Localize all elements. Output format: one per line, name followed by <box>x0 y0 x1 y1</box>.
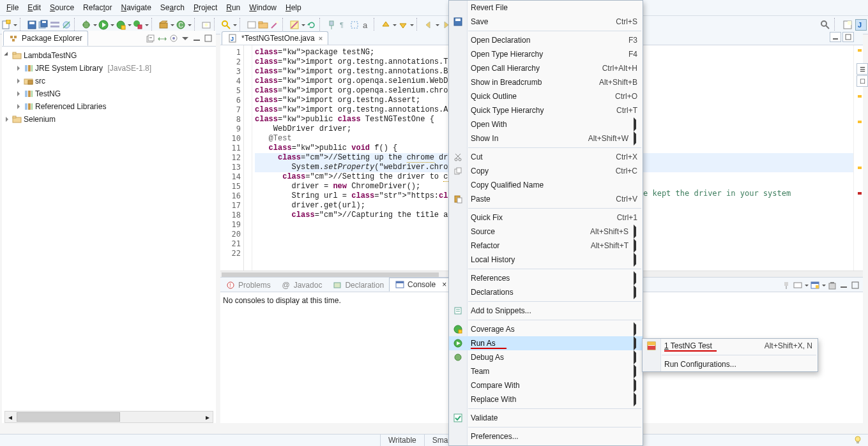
coverage-icon[interactable] <box>116 20 126 30</box>
testng-lib[interactable]: TestNG <box>3 87 215 100</box>
open-type-icon[interactable] <box>201 20 211 30</box>
ctx-quick-outline[interactable]: Quick OutlineCtrl+O <box>449 89 643 103</box>
menu-navigate[interactable]: Navigate <box>117 3 155 13</box>
block-selection-icon[interactable] <box>349 20 360 30</box>
annotation-next-icon[interactable] <box>398 20 408 30</box>
menu-window[interactable]: Window <box>245 3 280 13</box>
outline-icon[interactable]: ☰ <box>857 63 868 75</box>
tab-console[interactable]: Console× <box>389 278 452 292</box>
menu-file[interactable]: File <box>3 3 22 13</box>
folder-icon[interactable] <box>258 20 268 30</box>
menu-search[interactable]: Search <box>156 3 188 13</box>
context-menu[interactable]: Revert File SaveCtrl+S Open DeclarationF… <box>448 0 643 446</box>
save-icon[interactable] <box>27 20 37 30</box>
search-icon[interactable] <box>221 20 231 30</box>
display-console-icon[interactable] <box>793 280 803 290</box>
coverage-dropdown[interactable] <box>127 20 132 30</box>
pin-icon[interactable] <box>326 20 337 30</box>
refresh-icon[interactable] <box>307 20 317 30</box>
menu-refactor[interactable]: Refactor <box>79 3 116 13</box>
ext-dropdown[interactable] <box>144 20 149 30</box>
ctx-validate[interactable]: Validate <box>449 411 643 425</box>
new-class-icon[interactable]: C <box>176 20 186 30</box>
ctx-team[interactable]: Team <box>449 364 643 378</box>
open-console-icon[interactable] <box>810 280 820 290</box>
ctx-open-call-hierarchy[interactable]: Open Call HierarchyCtrl+Alt+H <box>449 61 643 75</box>
ctx-show-in[interactable]: Show InAlt+Shift+W <box>449 131 643 145</box>
toggle-breadcrumb-icon[interactable] <box>50 20 60 30</box>
new-package-icon[interactable] <box>158 20 169 30</box>
link-editor-icon[interactable] <box>157 33 167 43</box>
ctx-paste[interactable]: PasteCtrl+V <box>449 192 643 206</box>
debug-icon[interactable] <box>81 20 91 30</box>
maximize-icon[interactable] <box>203 33 213 43</box>
menu-run[interactable]: Run <box>222 3 244 13</box>
new-dropdown[interactable] <box>13 20 17 30</box>
run-dropdown[interactable] <box>110 20 114 30</box>
task-list-icon[interactable]: ☐ <box>857 75 868 87</box>
ctx-copy-qualified[interactable]: Copy Qualified Name <box>449 178 643 192</box>
ctx-coverage-as[interactable]: Coverage As <box>449 322 643 336</box>
perspective-java-icon[interactable]: J <box>855 19 867 31</box>
ctx-quick-fix[interactable]: Quick FixCtrl+1 <box>449 211 643 225</box>
close-icon[interactable]: × <box>442 280 446 289</box>
skip-breakpoints-icon[interactable] <box>61 20 72 30</box>
ctx-refactor[interactable]: RefactorAlt+Shift+T <box>449 239 643 253</box>
editor-tab[interactable]: J *TestNGTestOne.java × <box>222 31 328 45</box>
package-explorer-tab[interactable]: Package Explorer <box>3 31 88 46</box>
ctx-revert-file[interactable]: Revert File <box>449 1 643 15</box>
minimize-icon[interactable] <box>192 33 202 43</box>
scroll-right-arrow[interactable]: ▸ <box>202 412 213 422</box>
wand-icon[interactable] <box>270 20 280 30</box>
run-as-submenu[interactable]: 1 TestNG Test Alt+Shift+X, N Run Configu… <box>642 338 818 372</box>
collapse-all-icon[interactable] <box>146 33 156 43</box>
show-whitespace-icon[interactable]: ¶ <box>338 20 348 30</box>
perspective-open-icon[interactable] <box>842 20 853 30</box>
scroll-left-arrow[interactable]: ◂ <box>5 412 15 422</box>
menu-project[interactable]: Project <box>190 3 221 13</box>
ctx-open-type-hierarchy[interactable]: Open Type HierarchyF4 <box>449 47 643 61</box>
new-icon[interactable] <box>1 20 11 30</box>
ctx-source[interactable]: SourceAlt+Shift+S <box>449 225 643 239</box>
submenu-run-configurations[interactable]: Run Configurations... <box>643 357 818 371</box>
scrollbar-horizontal[interactable]: ◂ ▸ <box>4 411 213 423</box>
maximize-icon[interactable] <box>850 280 860 290</box>
quick-access-search-icon[interactable] <box>820 20 830 30</box>
menu-source[interactable]: Source <box>46 3 78 13</box>
back-icon[interactable] <box>423 20 434 30</box>
ctx-compare-with[interactable]: Compare With <box>449 378 643 392</box>
jre-library[interactable]: JRE System Library [JavaSE-1.8] <box>3 62 215 75</box>
ctx-references[interactable]: References <box>449 271 643 285</box>
save-all-icon[interactable] <box>38 20 49 30</box>
open-task-icon[interactable] <box>247 20 257 30</box>
ctx-preferences[interactable]: Preferences... <box>449 429 643 443</box>
editor-maximize[interactable] <box>842 32 854 42</box>
ctx-run-as[interactable]: Run As <box>449 336 643 350</box>
ctx-local-history[interactable]: Local History <box>449 253 643 267</box>
external-tools-icon[interactable] <box>133 20 143 30</box>
ctx-save[interactable]: SaveCtrl+S <box>449 15 643 29</box>
referenced-libs[interactable]: Referenced Libraries <box>3 100 215 113</box>
tab-javadoc[interactable]: @Javadoc <box>276 279 328 292</box>
menu-help[interactable]: Help <box>282 3 305 13</box>
tab-declaration[interactable]: Declaration <box>327 279 389 292</box>
focus-task-icon[interactable] <box>169 33 179 43</box>
tab-problems[interactable]: !Problems <box>220 279 276 292</box>
pin-console-icon[interactable] <box>781 280 791 290</box>
menu-edit[interactable]: Edit <box>24 3 45 13</box>
project-tree[interactable]: LambdaTestNG JRE System Library [JavaSE-… <box>2 47 216 128</box>
remove-launch-icon[interactable] <box>827 280 837 290</box>
ctx-cut[interactable]: CutCtrl+X <box>449 150 643 164</box>
highlight-icon[interactable] <box>289 20 300 30</box>
ctx-show-breadcrumb[interactable]: Show in BreadcrumbAlt+Shift+B <box>449 75 643 89</box>
ctx-replace-with[interactable]: Replace With <box>449 392 643 406</box>
project-root[interactable]: LambdaTestNG <box>3 49 215 62</box>
annotation-prev-icon[interactable] <box>381 20 391 30</box>
editor-minimize[interactable] <box>830 32 841 42</box>
ctx-add-snippets[interactable]: Add to Snippets... <box>449 304 643 318</box>
close-icon[interactable]: × <box>319 34 323 42</box>
view-menu-icon[interactable] <box>180 33 190 43</box>
tip-icon[interactable] <box>853 435 863 445</box>
ctx-open-with[interactable]: Open With <box>449 117 643 131</box>
text-tool-icon[interactable]: a <box>361 20 371 30</box>
